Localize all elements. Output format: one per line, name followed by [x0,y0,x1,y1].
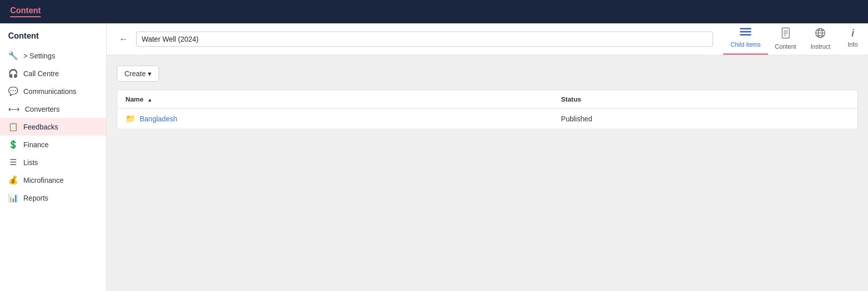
page-title-input[interactable] [136,31,713,47]
back-button[interactable]: ← [117,34,130,45]
sidebar-item-microfinance[interactable]: 💰 Microfinance [0,171,106,189]
sidebar-item-label-lists: Lists [23,158,38,167]
col-header-name[interactable]: Name ▲ [117,90,553,109]
info-tab-label: Info [848,41,858,48]
folder-icon: 📁 [125,114,136,123]
call-centre-icon: 🎧 [8,69,18,78]
info-tab-icon: i [851,27,854,39]
header-tabs-bar: ← Child items Content Instruct i Info [107,23,868,55]
settings-icon: 🔧 [8,51,18,60]
tab-child-items[interactable]: Child items [723,23,767,55]
sidebar-item-label-call-centre: Call Centre [23,70,59,78]
sidebar-item-communications[interactable]: 💬 Communications [0,82,106,100]
content-tab-label: Content [775,43,796,50]
tab-content[interactable]: Content [768,23,803,55]
main-layout: Content 🔧 > Settings 🎧 Call Centre 💬 Com… [0,23,868,291]
communications-icon: 💬 [8,86,18,96]
svg-rect-0 [740,28,751,29]
header-left: ← [107,23,723,55]
tabs-list: Child items Content Instruct i Info [723,23,868,55]
tabs-container: Child items Content Instruct i Info [723,23,868,55]
sidebar-item-label-microfinance: Microfinance [23,176,63,184]
sidebar-item-label-converters: Converters [25,105,59,113]
instruct-tab-label: Instruct [811,43,830,50]
svg-rect-2 [740,34,751,36]
table-header: Name ▲Status [117,90,858,109]
sidebar-item-label-settings: > Settings [23,52,55,60]
tab-info[interactable]: i Info [838,23,868,55]
instruct-tab-icon [815,27,826,41]
feedbacks-icon: 📋 [8,122,18,132]
sidebar-item-lists[interactable]: ☰ Lists [0,153,106,171]
sidebar-item-label-finance: Finance [23,141,49,149]
row-status-cell: Published [553,109,858,129]
sidebar-item-feedbacks[interactable]: 📋 Feedbacks [0,118,106,136]
row-name-link[interactable]: Bangladesh [140,115,177,123]
create-button[interactable]: Create ▾ [117,66,159,82]
row-name-cell: 📁 Bangladesh [117,109,553,129]
sidebar-item-reports[interactable]: 📊 Reports [0,189,106,207]
sidebar: Content 🔧 > Settings 🎧 Call Centre 💬 Com… [0,23,107,291]
table-body: 📁 Bangladesh Published [117,109,858,129]
tab-instruct[interactable]: Instruct [803,23,838,55]
top-bar: Content [0,0,868,23]
app-title: Content [10,6,41,17]
sidebar-item-label-feedbacks: Feedbacks [23,123,58,131]
child-items-tab-icon [740,27,751,39]
content-body: Create ▾ Name ▲Status 📁 Bangladesh Publi… [107,55,868,291]
svg-rect-1 [740,31,751,33]
sidebar-item-label-communications: Communications [23,87,76,95]
finance-icon: 💲 [8,140,18,149]
converters-icon: ⟷ [8,104,20,114]
child-items-tab-label: Child items [730,41,760,48]
sidebar-heading: Content [0,31,106,47]
sidebar-item-call-centre[interactable]: 🎧 Call Centre [0,64,106,82]
sidebar-item-finance[interactable]: 💲 Finance [0,136,106,153]
items-table: Name ▲Status 📁 Bangladesh Published [117,90,858,129]
sidebar-items-container: 🔧 > Settings 🎧 Call Centre 💬 Communicati… [0,47,106,207]
col-header-status[interactable]: Status [553,90,858,109]
sidebar-item-label-reports: Reports [23,194,48,202]
microfinance-icon: 💰 [8,175,18,185]
content-area: ← Child items Content Instruct i Info Cr… [107,23,868,291]
content-tab-icon [781,27,790,41]
reports-icon: 📊 [8,193,18,203]
lists-icon: ☰ [8,157,18,167]
sidebar-item-converters[interactable]: ⟷ Converters [0,100,106,118]
sidebar-item-settings[interactable]: 🔧 > Settings [0,47,106,64]
table-row: 📁 Bangladesh Published [117,109,858,129]
